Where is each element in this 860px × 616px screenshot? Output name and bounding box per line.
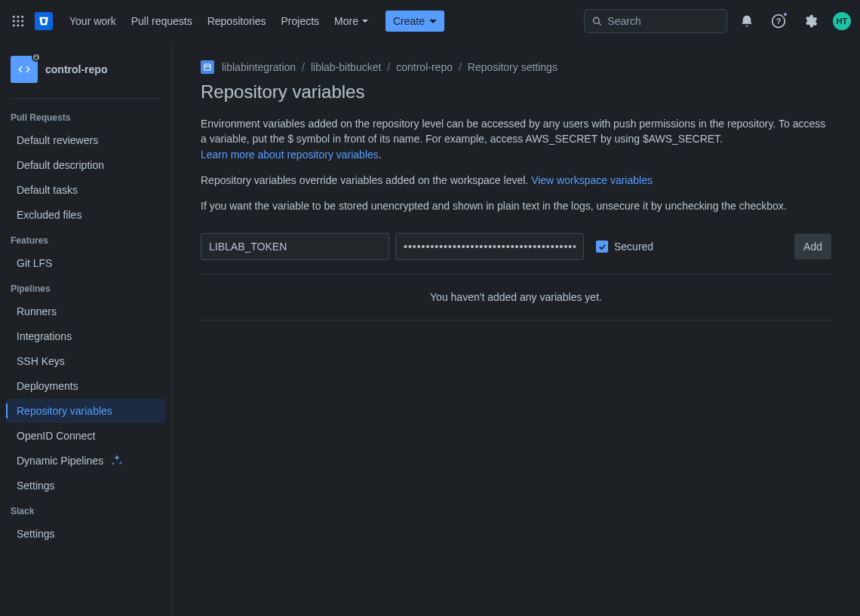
create-button[interactable]: Create [385,11,444,32]
top-nav: Your work Pull requests Repositories Pro… [0,0,860,42]
search-box[interactable] [584,9,727,33]
sidebar-item-git-lfs[interactable]: Git LFS [6,251,165,275]
nav-repositories[interactable]: Repositories [201,9,272,33]
variable-name-input[interactable] [201,233,389,260]
sidebar-group-pipelines: Pipelines [0,276,171,299]
chevron-down-icon [361,17,369,25]
secured-label: Secured [614,241,653,253]
learn-more-link[interactable]: Learn more about repository variables [201,149,379,161]
sidebar-item-pipeline-settings[interactable]: Settings [6,473,165,498]
empty-state: You haven't added any variables yet. [201,274,831,320]
nav-projects[interactable]: Projects [275,9,326,33]
sparkle-icon [111,455,123,467]
repo-header[interactable]: control-repo [0,56,171,93]
svg-rect-1 [17,15,20,17]
svg-rect-7 [17,24,20,26]
sidebar-item-openid-connect[interactable]: OpenID Connect [6,424,165,448]
settings-gear-icon[interactable] [798,9,822,33]
description-paragraph-2: Repository variables override variables … [201,173,831,188]
svg-rect-8 [21,24,23,26]
workspace-icon [201,60,214,74]
create-button-label: Create [393,15,425,27]
breadcrumb-workspace[interactable]: liblabintegration [222,61,296,73]
notifications-icon[interactable] [735,9,759,33]
main-content: liblabintegration / liblab-bitbucket / c… [172,42,860,616]
breadcrumb-separator: / [387,61,390,73]
apps-switcher-icon[interactable] [9,12,27,30]
sidebar: control-repo Pull Requests Default revie… [0,42,172,616]
chevron-down-icon [429,17,437,25]
help-icon[interactable]: ? [766,9,791,33]
description-text: Repository variables override variables … [201,174,531,186]
sidebar-item-runners[interactable]: Runners [6,299,165,323]
description-paragraph-1: Environment variables added on the repos… [201,116,831,162]
sidebar-item-default-tasks[interactable]: Default tasks [6,178,165,202]
svg-text:?: ? [776,17,782,26]
nav-your-work[interactable]: Your work [63,9,122,33]
breadcrumb-repo[interactable]: control-repo [396,61,453,73]
sidebar-item-deployments[interactable]: Deployments [6,374,165,398]
nav-pull-requests[interactable]: Pull requests [125,9,198,33]
add-button[interactable]: Add [794,234,831,259]
svg-rect-4 [17,20,20,22]
breadcrumb-project[interactable]: liblab-bitbucket [311,61,381,73]
svg-point-9 [594,17,600,23]
sidebar-item-dynamic-pipelines[interactable]: Dynamic Pipelines [6,449,165,473]
sidebar-item-default-reviewers[interactable]: Default reviewers [6,128,165,152]
avatar[interactable]: HT [833,12,851,30]
nav-more[interactable]: More [328,9,375,33]
sidebar-item-excluded-files[interactable]: Excluded files [6,203,165,227]
sidebar-group-features: Features [0,228,171,250]
checkmark-icon [598,243,607,251]
sidebar-group-pull-requests: Pull Requests [0,105,171,127]
notification-dot [782,11,788,17]
breadcrumb-separator: / [459,61,462,73]
svg-rect-6 [13,24,15,26]
breadcrumb-separator: / [302,61,305,73]
description-text: Environment variables added on the repos… [201,118,825,145]
lock-icon [32,53,41,62]
secured-checkbox[interactable] [596,241,608,253]
search-input[interactable] [607,15,719,27]
add-variable-form: Secured Add [201,224,831,274]
page-title: Repository variables [201,81,831,103]
sidebar-item-default-description[interactable]: Default description [6,153,165,177]
svg-rect-14 [204,64,210,70]
search-icon [592,16,601,26]
svg-line-10 [598,23,600,25]
bitbucket-logo-icon[interactable] [35,12,53,30]
view-workspace-variables-link[interactable]: View workspace variables [531,174,653,186]
sidebar-item-ssh-keys[interactable]: SSH Keys [6,349,165,373]
repo-name: control-repo [45,63,107,75]
description-paragraph-3: If you want the variable to be stored un… [201,198,831,213]
repo-avatar-icon [11,56,38,83]
sidebar-item-label: Dynamic Pipelines [17,455,103,467]
svg-rect-13 [35,57,38,59]
sidebar-item-integrations[interactable]: Integrations [6,324,165,348]
breadcrumb: liblabintegration / liblab-bitbucket / c… [201,60,831,74]
svg-rect-2 [21,15,23,17]
sidebar-group-slack: Slack [0,498,171,521]
breadcrumb-current[interactable]: Repository settings [468,61,557,73]
sidebar-item-slack-settings[interactable]: Settings [6,522,165,546]
svg-rect-5 [21,20,23,22]
nav-more-label: More [334,15,358,27]
variable-value-input[interactable] [395,233,584,260]
svg-rect-3 [13,20,15,22]
sidebar-item-repository-variables[interactable]: Repository variables [6,399,165,423]
svg-rect-0 [13,15,15,17]
